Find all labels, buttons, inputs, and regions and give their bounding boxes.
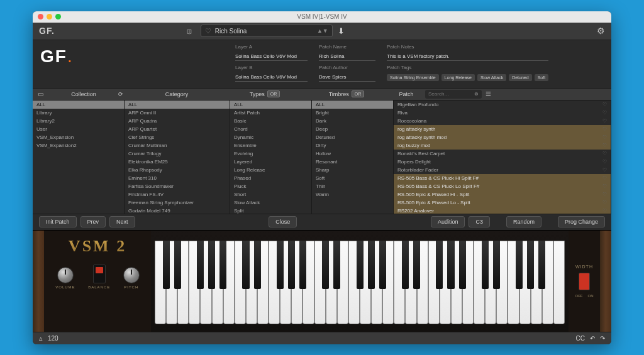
- list-item[interactable]: ARP Quadra: [125, 117, 230, 125]
- patch-row[interactable]: Ropers Delight♡: [394, 158, 611, 166]
- favorite-icon[interactable]: ♡: [602, 143, 607, 148]
- types-header[interactable]: TypesOR: [224, 90, 306, 97]
- white-key[interactable]: [553, 241, 565, 324]
- width-switch[interactable]: [579, 273, 590, 290]
- collection-header[interactable]: Collection: [49, 91, 118, 97]
- tag[interactable]: Solina String Ensemble: [387, 74, 439, 81]
- filter-icon[interactable]: ☰: [486, 90, 491, 97]
- black-key[interactable]: [379, 241, 386, 289]
- timbres-header[interactable]: TimbresOR: [306, 90, 387, 97]
- metronome-icon[interactable]: ▵: [39, 334, 43, 342]
- c3-button[interactable]: C3: [469, 216, 490, 227]
- favorite-icon[interactable]: ♡: [602, 192, 607, 197]
- patch-row[interactable]: RS202 Analover♡: [394, 207, 611, 214]
- patch-row[interactable]: Riva♡: [394, 109, 611, 117]
- patch-row[interactable]: rog buzzy mod♡: [394, 141, 611, 150]
- library-icon[interactable]: ⎅: [187, 26, 192, 36]
- close-button[interactable]: Close: [269, 216, 297, 227]
- list-item[interactable]: Freeman String Symphonizer: [125, 199, 230, 207]
- list-item[interactable]: Elka Rhapsody: [125, 166, 230, 174]
- list-item[interactable]: Pluck: [230, 182, 311, 190]
- black-key[interactable]: [538, 241, 545, 289]
- black-key[interactable]: [254, 241, 261, 289]
- list-item[interactable]: ALL: [125, 101, 230, 109]
- favorite-icon[interactable]: ♡: [602, 110, 607, 116]
- refresh-icon[interactable]: ⟳: [118, 91, 130, 97]
- list-item[interactable]: Chord: [230, 125, 311, 133]
- audition-button[interactable]: Audition: [431, 216, 465, 227]
- preset-selector[interactable]: ♡ Rich Solina ▲▼: [201, 25, 333, 37]
- black-key[interactable]: [333, 241, 340, 289]
- patch-row[interactable]: RS-505 Bass & CS Pluck Hi Split F#♡: [394, 174, 611, 182]
- patch-row[interactable]: Rigellian Profundo♡: [394, 101, 611, 109]
- patch-notes-value[interactable]: This is a VSM factory patch.: [387, 53, 548, 61]
- list-item[interactable]: Basic: [230, 117, 311, 125]
- black-key[interactable]: [516, 241, 523, 289]
- black-key[interactable]: [368, 241, 375, 289]
- list-item[interactable]: Sharp: [312, 166, 393, 174]
- search-input[interactable]: ⊗: [425, 90, 482, 99]
- favorite-icon[interactable]: ♡: [602, 167, 607, 173]
- favorite-icon[interactable]: ♡: [602, 151, 607, 156]
- random-button[interactable]: Random: [506, 216, 541, 227]
- black-key[interactable]: [219, 241, 226, 289]
- black-key[interactable]: [208, 241, 215, 289]
- clear-search-icon[interactable]: ⊗: [474, 91, 479, 97]
- favorite-icon[interactable]: ♡: [602, 200, 607, 205]
- black-key[interactable]: [402, 241, 409, 289]
- patch-row[interactable]: rog attacky synth♡: [394, 125, 611, 133]
- tag[interactable]: Soft: [535, 74, 548, 81]
- tag[interactable]: Slow Attack: [477, 74, 506, 81]
- black-key[interactable]: [357, 241, 364, 289]
- list-item[interactable]: Crumar Multiman: [125, 141, 230, 150]
- next-button[interactable]: Next: [109, 216, 135, 227]
- black-key[interactable]: [174, 241, 181, 289]
- list-item[interactable]: VSM_Expansion: [33, 133, 124, 141]
- preset-arrows-icon[interactable]: ▲▼: [317, 28, 328, 34]
- list-item[interactable]: User: [33, 125, 124, 133]
- black-key[interactable]: [277, 241, 284, 289]
- black-key[interactable]: [527, 241, 534, 289]
- init-patch-button[interactable]: Init Patch: [39, 216, 77, 227]
- black-key[interactable]: [447, 241, 454, 289]
- undo-icon[interactable]: ↶: [590, 335, 595, 342]
- tag[interactable]: Detuned: [509, 74, 531, 81]
- list-item[interactable]: Long Release: [230, 166, 311, 174]
- tag[interactable]: Long Release: [441, 74, 475, 81]
- list-item[interactable]: Artist Patch: [230, 109, 311, 117]
- favorite-icon[interactable]: ♡: [205, 27, 211, 35]
- list-item[interactable]: VSM_Expansion2: [33, 141, 124, 150]
- list-item[interactable]: Clef Strings: [125, 133, 230, 141]
- patch-name-value[interactable]: Rich Solina: [319, 53, 375, 61]
- favorite-icon[interactable]: ♡: [602, 102, 607, 107]
- list-item[interactable]: Firstman FS-4V: [125, 190, 230, 199]
- black-key[interactable]: [197, 241, 204, 289]
- list-item[interactable]: Ensemble: [230, 141, 311, 150]
- close-window-icon[interactable]: [38, 14, 43, 19]
- patch-row[interactable]: Roccocolana♡: [394, 117, 611, 125]
- minimize-window-icon[interactable]: [47, 14, 52, 19]
- black-key[interactable]: [459, 241, 466, 289]
- keyboard[interactable]: [155, 241, 565, 324]
- tempo-display[interactable]: 120: [48, 335, 58, 342]
- patch-header[interactable]: Patch: [387, 91, 425, 97]
- black-key[interactable]: [482, 241, 489, 289]
- patch-row[interactable]: Rotorblader Fader♡: [394, 166, 611, 174]
- list-item[interactable]: Dynamic: [230, 133, 311, 141]
- layer-b-value[interactable]: Solina Bass Cello V6V Mod: [235, 74, 308, 82]
- list-item[interactable]: Eminent 310: [125, 174, 230, 182]
- favorite-icon[interactable]: ♡: [602, 134, 607, 140]
- list-item[interactable]: Soft: [312, 174, 393, 182]
- types-or-toggle[interactable]: OR: [267, 90, 280, 97]
- list-item[interactable]: Short: [230, 190, 311, 199]
- pitch-knob[interactable]: [123, 267, 140, 283]
- list-item[interactable]: ARP Omni II: [125, 109, 230, 117]
- layer-a-value[interactable]: Solina Bass Cello V6V Mod: [235, 53, 308, 61]
- list-item[interactable]: Dirty: [312, 141, 393, 150]
- list-item[interactable]: Godwin Model 749: [125, 207, 230, 214]
- download-icon[interactable]: ⬇: [338, 26, 345, 36]
- folder-icon[interactable]: ▭: [38, 90, 49, 97]
- favorite-icon[interactable]: ♡: [602, 208, 607, 214]
- cc-label[interactable]: CC: [576, 335, 585, 342]
- volume-knob[interactable]: [57, 267, 74, 283]
